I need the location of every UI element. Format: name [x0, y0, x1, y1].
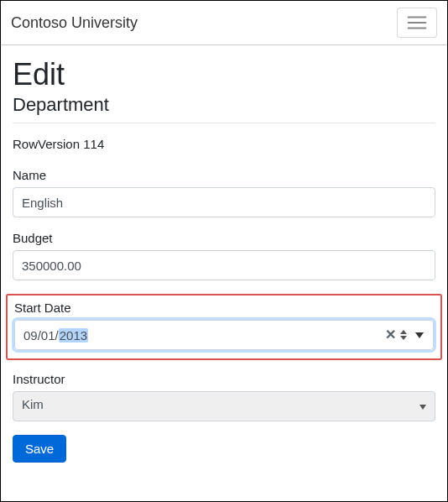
spinner-down-icon — [399, 335, 408, 341]
instructor-label: Instructor — [13, 372, 435, 386]
svg-marker-4 — [400, 336, 407, 340]
name-input[interactable] — [13, 187, 435, 217]
page-subtitle: Department — [13, 94, 435, 116]
navbar-brand[interactable]: Contoso University — [11, 14, 138, 32]
clear-icon[interactable]: ✕ — [385, 328, 396, 342]
start-date-input[interactable]: 09/01/2013 ✕ — [14, 320, 434, 350]
instructor-select[interactable]: Kim — [13, 391, 435, 421]
start-date-value: 09/01/2013 — [23, 328, 88, 343]
svg-marker-5 — [415, 332, 424, 338]
calendar-dropdown-icon[interactable] — [414, 327, 425, 343]
budget-label: Budget — [13, 231, 435, 245]
navbar: Contoso University — [1, 1, 447, 45]
spinner-up-icon — [399, 329, 408, 335]
rowversion-text: RowVersion 114 — [13, 137, 435, 151]
spinner-control[interactable] — [399, 329, 408, 341]
name-label: Name — [13, 168, 435, 182]
divider — [13, 123, 435, 123]
save-button[interactable]: Save — [13, 435, 66, 463]
page-title: Edit — [13, 57, 435, 92]
hamburger-icon — [407, 15, 427, 30]
navbar-toggler-button[interactable] — [397, 8, 437, 38]
start-date-label: Start Date — [14, 301, 434, 315]
budget-input[interactable] — [13, 250, 435, 280]
svg-marker-3 — [400, 330, 407, 334]
start-date-highlight: Start Date 09/01/2013 ✕ — [6, 294, 442, 360]
